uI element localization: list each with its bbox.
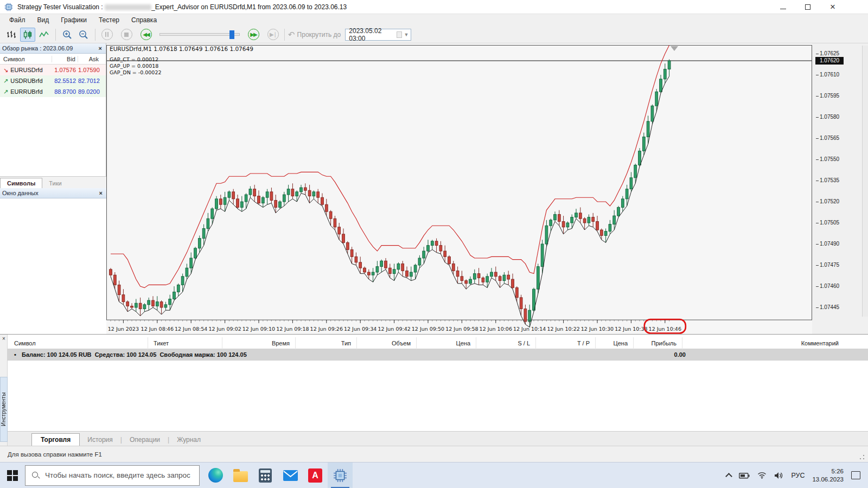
tray-chevron-icon[interactable] <box>726 473 733 480</box>
trade-panel-tabs: Торговля История | Операции | Журнал <box>8 431 868 446</box>
speaker-icon[interactable] <box>774 472 783 479</box>
slider-handle[interactable] <box>229 30 234 39</box>
dropdown-caret-icon[interactable]: ▼ <box>404 32 409 37</box>
taskbar-search-input[interactable]: Чтобы начать поиск, введите здесь запрос <box>25 465 200 486</box>
taskbar-apps: А <box>203 463 353 488</box>
stop-button[interactable] <box>119 28 134 42</box>
tab-journal[interactable]: Журнал <box>169 434 208 446</box>
ask-cell: 82.7012 <box>78 78 102 84</box>
zoom-out-button[interactable] <box>76 28 91 42</box>
market-watch-row[interactable]: ↗EURRUBrfd88.870089.0200 <box>0 86 106 97</box>
chart-line-button[interactable] <box>36 28 52 42</box>
notification-center-icon[interactable] <box>851 471 860 479</box>
price-tick-label: 1.07445 <box>816 304 839 310</box>
column-header[interactable]: Цена <box>596 337 634 349</box>
menu-charts[interactable]: Графики <box>55 15 93 25</box>
price-axis: 1.076251.076101.075951.075801.075651.075… <box>812 43 868 334</box>
taskbar-time: 5:26 <box>812 467 844 475</box>
candlestick-chart[interactable]: 12 Jun 202312 Jun 08:4612 Jun 08:5412 Ju… <box>106 43 812 334</box>
menu-file[interactable]: Файл <box>3 15 31 25</box>
menu-view[interactable]: Вид <box>31 15 55 25</box>
calculator-icon <box>259 468 272 483</box>
tools-vertical-tab[interactable]: Инструменты <box>0 377 8 442</box>
column-header[interactable]: Символ <box>9 337 148 349</box>
market-watch-row[interactable]: ↗USDRUBrfd82.551282.7012 <box>0 75 106 86</box>
speed-slider[interactable] <box>159 33 240 36</box>
minimize-button[interactable] <box>770 0 795 14</box>
taskbar-mail-icon[interactable] <box>278 463 303 488</box>
trade-panel: × Инструменты СимволТикетВремяТипОбъемЦе… <box>0 334 868 446</box>
svg-text:GAP_CT = 0.00012: GAP_CT = 0.00012 <box>110 56 158 62</box>
taskbar-date: 13.06.2023 <box>812 476 844 483</box>
tab-trade[interactable]: Торговля <box>31 433 80 446</box>
market-watch-row[interactable]: ↘EURUSDrfd1.075761.07590 <box>0 65 106 75</box>
column-header[interactable]: Время <box>222 337 296 349</box>
column-header[interactable]: T / P <box>536 337 596 349</box>
chart-area[interactable]: 12 Jun 202312 Jun 08:4612 Jun 08:5412 Ju… <box>106 43 812 334</box>
price-tick-label: 1.07535 <box>816 177 839 183</box>
title-bar: Strategy Tester Visualization : _Expert_… <box>0 0 868 14</box>
rewind-button[interactable]: ◀◀ <box>138 28 154 42</box>
pause-button[interactable] <box>99 28 114 42</box>
svg-text:12 Jun 10:38: 12 Jun 10:38 <box>615 326 647 332</box>
tab-history[interactable]: История <box>80 434 120 446</box>
taskbar-calculator-icon[interactable] <box>253 463 278 488</box>
folder-icon <box>233 471 248 482</box>
edge-icon <box>208 468 223 483</box>
column-header[interactable]: Тикет <box>148 337 222 349</box>
maximize-button[interactable] <box>795 0 820 14</box>
resize-grip-icon[interactable] <box>859 454 865 460</box>
column-header[interactable]: Объем <box>357 337 417 349</box>
svg-text:12 Jun 09:42: 12 Jun 09:42 <box>378 326 410 332</box>
skip-to-end-button[interactable]: ▶❘ <box>265 28 280 42</box>
app-chip-icon <box>4 3 13 11</box>
taskbar-clock[interactable]: 5:26 13.06.2023 <box>812 467 844 483</box>
svg-text:12 Jun 09:34: 12 Jun 09:34 <box>344 326 376 332</box>
chart-bars-button[interactable] <box>4 28 19 42</box>
data-window-close-icon[interactable]: × <box>98 190 104 196</box>
column-header[interactable]: Тип <box>296 337 357 349</box>
balance-profit: 0.00 <box>634 349 686 361</box>
symbol-cell: ↗EURRUBrfd <box>0 88 52 95</box>
market-watch-close-icon[interactable]: × <box>97 45 104 52</box>
column-header[interactable]: S / L <box>476 337 536 349</box>
symbol-cell: ↘EURUSDrfd <box>0 67 52 74</box>
search-icon <box>32 472 40 479</box>
fast-forward-button[interactable]: ▶▶ <box>246 28 261 42</box>
zoom-in-icon <box>62 30 72 40</box>
close-button[interactable]: × <box>820 0 845 14</box>
wifi-icon[interactable] <box>757 472 767 479</box>
price-tick-label: 1.07490 <box>816 241 839 247</box>
candlestick-chart-icon <box>23 30 33 39</box>
svg-text:12 Jun 10:22: 12 Jun 10:22 <box>547 326 579 332</box>
tab-operations[interactable]: Операции <box>122 434 168 446</box>
spinner-icon[interactable] <box>397 31 402 38</box>
taskbar-red-a-app-icon[interactable]: А <box>303 463 328 488</box>
column-header[interactable]: Комментарий <box>682 337 844 349</box>
language-indicator[interactable]: РУС <box>791 472 805 479</box>
menu-tester[interactable]: Тестер <box>93 15 125 25</box>
trend-arrow-icon: ↗ <box>3 78 8 84</box>
taskbar-edge-icon[interactable] <box>203 463 228 488</box>
column-header[interactable]: Прибыль <box>634 337 682 349</box>
taskbar-metatrader-icon[interactable] <box>328 463 353 488</box>
mail-icon <box>283 470 298 481</box>
taskbar-file-explorer-icon[interactable] <box>228 463 253 488</box>
column-header[interactable]: Цена <box>417 337 476 349</box>
start-button[interactable] <box>0 463 25 488</box>
chart-candles-button[interactable] <box>20 28 35 42</box>
tab-ticks[interactable]: Тики <box>42 178 68 188</box>
price-tick-label: 1.07595 <box>816 93 839 99</box>
svg-text:12 Jun 10:06: 12 Jun 10:06 <box>480 326 512 332</box>
data-window-caption: Окно данных × <box>0 188 106 198</box>
zoom-in-button[interactable] <box>60 28 75 42</box>
tab-symbols[interactable]: Символы <box>0 178 42 188</box>
tools-close-icon[interactable]: × <box>1 336 7 342</box>
scroll-datetime-input[interactable]: 2023.05.02 03:00 ▼ <box>345 29 411 41</box>
price-tick-label: 1.07580 <box>816 114 839 120</box>
menu-help[interactable]: Справка <box>125 15 163 25</box>
battery-icon[interactable] <box>739 472 750 479</box>
svg-text:EURUSDrfd,M1 1.07618 1.07649: EURUSDrfd,M1 1.07618 1.07649 1.07616 1.0… <box>110 46 253 52</box>
svg-text:12 Jun 09:02: 12 Jun 09:02 <box>208 326 241 332</box>
balance-row[interactable]: • Баланс: 100 124.05 RUB Средства: 100 1… <box>8 349 868 361</box>
